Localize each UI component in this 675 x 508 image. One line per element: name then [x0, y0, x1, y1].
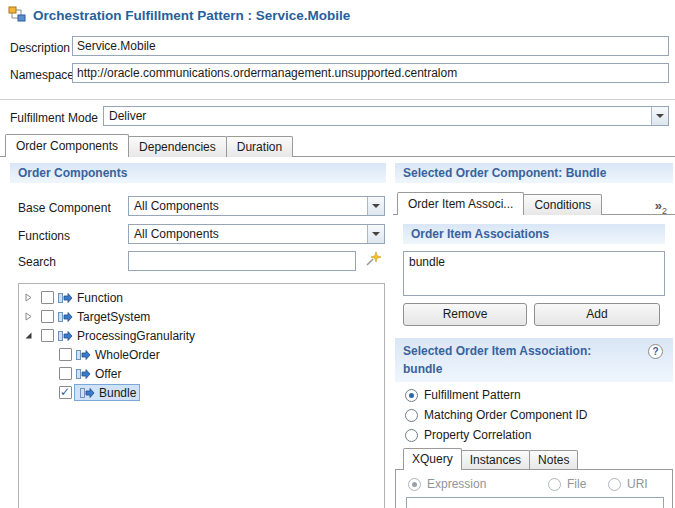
expand-collapsed-icon[interactable] [24, 293, 41, 302]
order-components-panel: Order Components Base Component All Comp… [8, 163, 390, 508]
header-separator [0, 99, 675, 100]
option-uri[interactable]: URI [608, 477, 648, 491]
checkbox-processinggranularity[interactable] [41, 329, 54, 342]
base-component-label: Base Component [18, 201, 111, 215]
expression-input[interactable] [406, 497, 664, 508]
xquery-tab-content: Expression File URI [395, 469, 673, 508]
tree-item-bundle[interactable]: Bundle [20, 383, 383, 402]
editor-title-bar: Orchestration Fulfillment Pattern : Serv… [8, 6, 350, 25]
chevron-right-icon: » [655, 198, 662, 213]
namespace-input[interactable] [72, 63, 669, 83]
radio-disabled-icon [608, 478, 621, 491]
search-label: Search [18, 255, 56, 269]
tab-order-components[interactable]: Order Components [5, 134, 129, 157]
tab-instances[interactable]: Instances [461, 450, 530, 469]
tab-overflow-count: 2 [662, 206, 667, 216]
option-file[interactable]: File [548, 477, 586, 491]
checkbox-bundle[interactable] [59, 386, 72, 399]
functions-label: Functions [18, 229, 70, 243]
page-title: Orchestration Fulfillment Pattern : Serv… [33, 8, 350, 23]
tab-notes[interactable]: Notes [529, 450, 578, 469]
tab-duration[interactable]: Duration [226, 136, 293, 157]
radio-icon [405, 409, 418, 422]
tree-item-label: ProcessingGranularity [77, 329, 195, 343]
option-property-correlation[interactable]: Property Correlation [405, 428, 531, 442]
tree-item-targetsystem[interactable]: TargetSystem [20, 307, 383, 326]
tree-item-label: Function [77, 291, 123, 305]
tab-xquery[interactable]: XQuery [403, 448, 462, 469]
radio-icon [405, 429, 418, 442]
fulfillment-mode-value: Deliver [109, 109, 646, 123]
search-input[interactable] [128, 251, 356, 271]
add-button[interactable]: Add [534, 303, 660, 326]
order-component-icon [76, 349, 91, 361]
radio-label: Expression [427, 477, 486, 491]
chevron-down-icon[interactable] [651, 107, 668, 125]
tree-item-label: Offer [95, 367, 121, 381]
order-item-associations-header: Order Item Associations [403, 224, 665, 244]
base-component-value: All Components [134, 199, 362, 213]
description-input[interactable] [72, 36, 669, 56]
tree-item-wholeorder[interactable]: WholeOrder [20, 345, 383, 364]
xquery-tabbar: XQuery Instances Notes [403, 448, 578, 469]
order-component-icon [58, 311, 73, 323]
filter-pattern-icon[interactable] [365, 251, 382, 270]
selected-order-item-association-header: Selected Order Item Association: bundle … [395, 338, 673, 382]
order-component-icon [76, 368, 91, 380]
order-component-icon [58, 292, 73, 304]
order-item-associations-list[interactable]: bundle [403, 251, 665, 296]
tree-item-offer[interactable]: Offer [20, 364, 383, 383]
order-component-icon [58, 330, 73, 342]
orchestration-fulfillment-pattern-editor: Orchestration Fulfillment Pattern : Serv… [0, 0, 675, 508]
collapse-expanded-icon[interactable] [24, 331, 41, 340]
chevron-down-icon[interactable] [367, 225, 384, 243]
radio-selected-disabled-icon [408, 478, 421, 491]
base-component-dropdown[interactable]: All Components [128, 196, 385, 216]
functions-value: All Components [134, 227, 362, 241]
checkbox-function[interactable] [41, 291, 54, 304]
tree-item-label: WholeOrder [95, 348, 160, 362]
checkbox-wholeorder[interactable] [59, 348, 72, 361]
selected-tree-item[interactable]: Bundle [74, 384, 140, 401]
chevron-down-icon[interactable] [367, 197, 384, 215]
selected-order-component-header: Selected Order Component: Bundle [395, 163, 673, 183]
radio-label: Matching Order Component ID [424, 408, 587, 422]
help-icon[interactable]: ? [648, 344, 663, 359]
tab-conditions[interactable]: Conditions [523, 194, 602, 215]
list-item[interactable]: bundle [409, 255, 659, 269]
tree-item-label: Bundle [99, 386, 136, 400]
description-label: Description [10, 41, 70, 55]
functions-dropdown[interactable]: All Components [128, 224, 385, 244]
right-tabbar: Order Item Associ... Conditions [397, 192, 602, 215]
tab-dependencies[interactable]: Dependencies [128, 136, 227, 157]
order-component-icon [80, 387, 95, 399]
order-components-section-header: Order Components [10, 163, 386, 183]
radio-label: Property Correlation [424, 428, 531, 442]
tree-item-label: TargetSystem [77, 310, 150, 324]
components-tree: Function TargetSystem [18, 283, 385, 508]
option-fulfillment-pattern[interactable]: Fulfillment Pattern [405, 388, 521, 402]
fulfillment-mode-dropdown[interactable]: Deliver [103, 106, 669, 126]
tree-item-function[interactable]: Function [20, 288, 383, 307]
radio-disabled-icon [548, 478, 561, 491]
checkbox-offer[interactable] [59, 367, 72, 380]
radio-label: Fulfillment Pattern [424, 388, 521, 402]
fulfillment-mode-label: Fulfillment Mode [10, 111, 98, 125]
checkbox-targetsystem[interactable] [41, 310, 54, 323]
tab-overflow-chevron[interactable]: »2 [655, 198, 667, 216]
option-expression[interactable]: Expression [408, 477, 486, 491]
orchestration-pattern-icon [8, 6, 26, 25]
main-tabbar: Order Components Dependencies Duration [5, 134, 293, 157]
tree-item-processinggranularity[interactable]: ProcessingGranularity [20, 326, 383, 345]
selected-association-title: Selected Order Item Association: [403, 342, 665, 360]
tab-order-item-associations[interactable]: Order Item Associ... [397, 192, 524, 215]
expand-collapsed-icon[interactable] [24, 312, 41, 321]
namespace-label: Namespace [10, 68, 74, 82]
remove-button[interactable]: Remove [403, 303, 527, 326]
radio-selected-icon [405, 389, 418, 402]
selected-order-component-panel: Selected Order Component: Bundle Order I… [393, 163, 675, 508]
option-matching-order-component-id[interactable]: Matching Order Component ID [405, 408, 587, 422]
selected-association-name: bundle [403, 360, 665, 378]
radio-label: URI [627, 477, 648, 491]
radio-label: File [567, 477, 586, 491]
